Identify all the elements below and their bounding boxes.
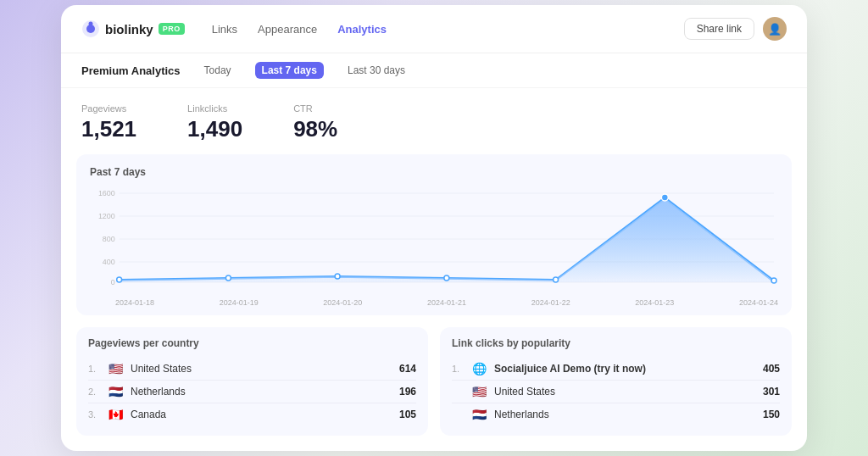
svg-point-16 [444, 275, 449, 281]
svg-point-19 [771, 278, 776, 283]
country-name: Canada [131, 409, 392, 420]
chart-section: Past 7 days 1600 1200 800 400 0 [76, 154, 792, 315]
row-num: 2. [88, 386, 100, 397]
pageviews-panel-title: Pageviews per country [88, 337, 416, 349]
link-name: Netherlands [494, 409, 756, 420]
link-count: 150 [763, 409, 780, 420]
flag-icon: 🇳🇱 [107, 385, 124, 398]
flag-icon: 🇨🇦 [107, 408, 124, 421]
stat-linkclicks-value: 1,490 [187, 116, 242, 142]
stat-pageviews-label: Pageviews [81, 103, 136, 114]
click-row-0: 1. 🌐 Socialjuice AI Demo (try it now) 40… [452, 358, 780, 381]
x-label-3: 2024-01-21 [427, 298, 466, 307]
flag-icon: 🇺🇸 [470, 385, 487, 398]
click-row-2: 🇳🇱 Netherlands 150 [452, 403, 780, 425]
link-count: 405 [763, 363, 780, 375]
stat-pageviews-value: 1,521 [81, 116, 136, 142]
svg-text:1200: 1200 [98, 212, 115, 220]
x-label-1: 2024-01-19 [220, 298, 259, 307]
link-icon: 🌐 [470, 362, 487, 375]
country-name: United States [131, 363, 392, 375]
svg-point-18 [661, 194, 668, 201]
x-label-2: 2024-01-20 [323, 298, 362, 307]
link-count: 301 [763, 386, 780, 398]
nav-appearance-link[interactable]: Appearance [258, 23, 317, 36]
row-num: 3. [88, 409, 100, 420]
x-label-0: 2024-01-18 [115, 298, 154, 307]
click-row-1: 🇺🇸 United States 301 [452, 381, 780, 403]
nav-links-link[interactable]: Links [212, 23, 237, 36]
sub-nav: Premium Analytics Today Last 7 days Last… [61, 53, 807, 88]
row-num: 1. [88, 364, 100, 374]
tab-last7days[interactable]: Last 7 days [255, 62, 324, 79]
pro-badge: PRO [159, 23, 185, 35]
stat-ctr-label: CTR [293, 103, 337, 114]
stat-linkclicks: Linkclicks 1,490 [187, 103, 242, 142]
country-row-0: 1. 🇺🇸 United States 614 [88, 358, 416, 381]
stat-ctr-value: 98% [293, 116, 337, 142]
avatar: 👤 [763, 17, 787, 41]
x-label-6: 2024-01-24 [739, 298, 778, 307]
country-count: 105 [399, 409, 416, 420]
chart-title: Past 7 days [90, 166, 778, 178]
stat-linkclicks-label: Linkclicks [187, 103, 242, 114]
stat-ctr: CTR 98% [293, 103, 337, 142]
clicks-panel-title: Link clicks by popularity [452, 337, 780, 349]
row-num: 1. [452, 364, 464, 374]
svg-point-13 [117, 277, 122, 282]
country-count: 196 [399, 386, 416, 398]
x-label-4: 2024-01-22 [531, 298, 570, 307]
svg-text:0: 0 [111, 278, 115, 286]
nav-analytics-link[interactable]: Analytics [337, 23, 387, 36]
chart-area: 1600 1200 800 400 0 [90, 185, 778, 295]
clicks-panel: Link clicks by popularity 1. 🌐 Socialjui… [440, 327, 792, 436]
x-label-5: 2024-01-23 [635, 298, 674, 307]
main-card: biolinky PRO Links Appearance Analytics … [61, 5, 807, 451]
svg-point-15 [335, 274, 340, 279]
link-name: Socialjuice AI Demo (try it now) [494, 363, 756, 375]
nav-bar: biolinky PRO Links Appearance Analytics … [61, 5, 807, 53]
svg-text:800: 800 [103, 235, 115, 243]
svg-text:400: 400 [103, 258, 115, 266]
stat-pageviews: Pageviews 1,521 [81, 103, 136, 142]
flag-icon: 🇳🇱 [470, 408, 487, 421]
clicks-area [120, 199, 774, 282]
flag-icon: 🇺🇸 [107, 362, 124, 375]
svg-point-2 [89, 22, 93, 26]
tab-last30days[interactable]: Last 30 days [341, 62, 412, 79]
svg-text:1600: 1600 [98, 189, 115, 197]
logo-text: biolinky [105, 22, 153, 36]
chart-svg: 1600 1200 800 400 0 [90, 185, 778, 295]
svg-point-17 [554, 277, 559, 282]
country-name: Netherlands [131, 386, 392, 398]
stats-row: Pageviews 1,521 Linkclicks 1,490 CTR 98% [61, 88, 807, 154]
link-name: United States [494, 386, 756, 398]
country-row-2: 3. 🇨🇦 Canada 105 [88, 403, 416, 425]
logo-area: biolinky PRO [81, 19, 185, 38]
bottom-row: Pageviews per country 1. 🇺🇸 United State… [61, 327, 807, 451]
nav-right: Share link 👤 [684, 17, 787, 41]
svg-point-14 [225, 275, 231, 281]
country-row-1: 2. 🇳🇱 Netherlands 196 [88, 381, 416, 403]
logo-icon [81, 19, 100, 38]
tab-today[interactable]: Today [198, 62, 238, 79]
country-count: 614 [399, 363, 416, 375]
x-labels: 2024-01-18 2024-01-19 2024-01-20 2024-01… [90, 295, 778, 307]
share-button[interactable]: Share link [684, 18, 754, 40]
sub-nav-title: Premium Analytics [81, 64, 181, 77]
pageviews-panel: Pageviews per country 1. 🇺🇸 United State… [76, 327, 428, 436]
